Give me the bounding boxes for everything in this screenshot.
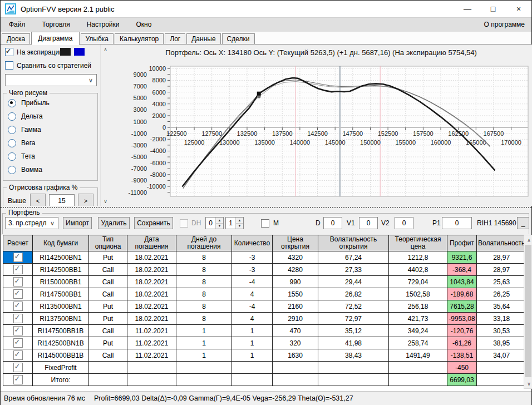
cell-1[interactable]: Call	[89, 264, 127, 276]
column-header-9[interactable]: Профит	[447, 235, 477, 251]
cell-2[interactable]: 18.02.2021	[127, 276, 176, 288]
cell-1[interactable]: Call	[89, 325, 127, 337]
cell-4[interactable]: -3	[232, 264, 273, 276]
calc-cell[interactable]	[3, 325, 33, 337]
cell-8[interactable]: 6699,03	[447, 374, 477, 386]
above-decrement-button[interactable]: <	[30, 194, 46, 206]
column-header-7[interactable]: Волатильность открытия	[318, 235, 389, 251]
row-calc-checkbox[interactable]	[13, 338, 23, 348]
cell-5[interactable]: 470	[273, 325, 318, 337]
column-header-4[interactable]: Дней до погашения	[176, 235, 232, 251]
cell-2[interactable]: 18.02.2021	[127, 288, 176, 300]
column-header-1[interactable]: Код бумаги	[33, 235, 89, 251]
cell-4[interactable]: 1	[232, 325, 273, 337]
row-calc-checkbox[interactable]	[13, 314, 23, 323]
cell-7[interactable]: 1502,58	[389, 288, 447, 300]
calc-cell[interactable]	[3, 337, 33, 349]
radio-vomma[interactable]	[8, 166, 16, 174]
cell-4[interactable]: 1	[232, 337, 273, 349]
cell-2[interactable]	[127, 374, 176, 386]
menu-item-about[interactable]: О программе	[477, 18, 531, 32]
calc-cell[interactable]	[3, 264, 33, 276]
cell-6[interactable]	[318, 362, 389, 374]
cell-8[interactable]: -120,76	[447, 325, 477, 337]
cell-7[interactable]: 256,18	[389, 300, 447, 313]
cell-0[interactable]: Итого:	[33, 374, 89, 386]
minimize-button[interactable]: —	[455, 1, 480, 17]
cell-7[interactable]	[389, 374, 447, 386]
portfolio-select[interactable]: 3. пр.стредл ∨	[5, 217, 58, 229]
above-value-box[interactable]: 15	[49, 194, 75, 206]
cell-0[interactable]: RI142500BN1	[33, 251, 89, 264]
cell-5[interactable]: 1550	[273, 288, 318, 300]
d-input[interactable]	[323, 217, 342, 229]
v2-input[interactable]	[395, 217, 413, 229]
spinner-up-icon[interactable]: ▲	[236, 218, 243, 224]
cell-1[interactable]	[89, 362, 127, 374]
cell-1[interactable]	[89, 374, 127, 386]
cell-1[interactable]: Call	[89, 349, 127, 362]
cell-8[interactable]: 9321,6	[447, 251, 477, 264]
tab-smile[interactable]: Улыбка	[81, 33, 114, 45]
spinner-down-icon[interactable]: ▼	[216, 224, 223, 229]
menu-item-file[interactable]: Файл	[1, 18, 34, 32]
radio-profit[interactable]	[8, 99, 16, 107]
cell-0[interactable]: RI145000BB1B	[33, 349, 89, 362]
cell-6[interactable]: 27,33	[318, 264, 389, 276]
cell-6[interactable]: 29,44	[318, 276, 389, 288]
cell-6[interactable]: 67,24	[318, 251, 389, 264]
cell-0[interactable]: RI137500BN1	[33, 313, 89, 325]
row-calc-checkbox[interactable]	[13, 350, 23, 360]
row-calc-checkbox[interactable]	[13, 326, 23, 335]
cell-1[interactable]: Call	[89, 276, 127, 288]
cell-9[interactable]: 35,64	[477, 300, 526, 313]
strategy-select[interactable]: ∨	[5, 74, 97, 86]
cell-4[interactable]: 1	[232, 349, 273, 362]
cell-2[interactable]: 11.02.2021	[127, 337, 176, 349]
cell-8[interactable]: 1043,84	[447, 276, 477, 288]
menu-item-trading[interactable]: Торговля	[34, 18, 78, 32]
radio-vega[interactable]	[8, 139, 16, 147]
cell-5[interactable]	[273, 362, 318, 374]
p1-input[interactable]	[442, 217, 472, 229]
cell-1[interactable]: Put	[89, 313, 127, 325]
row-calc-checkbox[interactable]	[13, 277, 23, 287]
cell-6[interactable]: 38,43	[318, 349, 389, 362]
cell-9[interactable]: 28,97	[477, 251, 526, 264]
column-header-8[interactable]: Теоретическая цена	[389, 235, 447, 251]
calc-cell[interactable]	[3, 349, 33, 362]
cell-2[interactable]: 18.02.2021	[127, 313, 176, 325]
column-header-5[interactable]: Количество	[232, 235, 273, 251]
calc-cell[interactable]	[3, 300, 33, 313]
cell-9[interactable]: 25,63	[477, 276, 526, 288]
menu-item-window[interactable]: Окно	[128, 18, 160, 32]
cell-5[interactable]: 2910	[273, 313, 318, 325]
underscore-button[interactable]: _	[517, 217, 529, 229]
cell-3[interactable]	[176, 374, 232, 386]
maximize-button[interactable]: □	[480, 1, 506, 17]
scroll-up-icon[interactable]: ∧	[524, 235, 532, 245]
cell-7[interactable]	[389, 362, 447, 374]
calc-cell[interactable]	[3, 374, 33, 386]
horizontal-splitter[interactable]	[1, 206, 531, 210]
calc-cell[interactable]	[3, 288, 33, 300]
cell-9[interactable]: 33,18	[477, 313, 526, 325]
cell-5[interactable]: 4280	[273, 264, 318, 276]
cell-0[interactable]: FixedProfit	[33, 362, 89, 374]
tab-deals[interactable]: Сделки	[222, 33, 255, 45]
calc-cell[interactable]	[3, 251, 33, 264]
cell-9[interactable]: 38,95	[477, 337, 526, 349]
dh-spinner-2[interactable]: 1 ▲▼	[225, 217, 244, 229]
cell-2[interactable]	[127, 362, 176, 374]
cell-8[interactable]: -368,4	[447, 264, 477, 276]
cell-7[interactable]: 349,24	[389, 325, 447, 337]
cell-3[interactable]: 1	[176, 349, 232, 362]
cell-4[interactable]: 4	[232, 288, 273, 300]
cell-3[interactable]: 1	[176, 337, 232, 349]
table-scrollbar[interactable]: ∧ ∨	[524, 235, 532, 389]
cell-8[interactable]: -9953,08	[447, 313, 477, 325]
cell-5[interactable]	[273, 374, 318, 386]
cell-1[interactable]: Put	[89, 337, 127, 349]
column-header-3[interactable]: Дата погашения	[127, 235, 176, 251]
cell-6[interactable]: 72,97	[318, 313, 389, 325]
